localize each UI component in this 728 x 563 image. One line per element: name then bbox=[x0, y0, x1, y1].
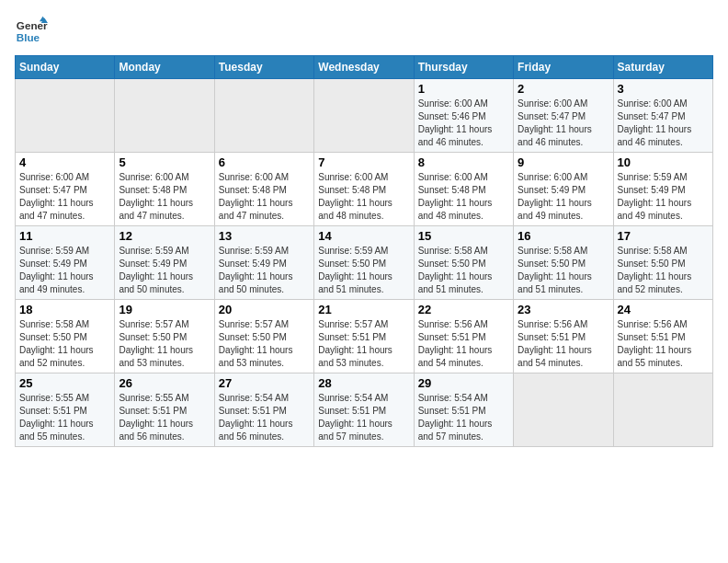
day-info: Sunrise: 5:57 AMSunset: 5:51 PMDaylight:… bbox=[318, 318, 409, 370]
calendar-cell: 22Sunrise: 5:56 AMSunset: 5:51 PMDayligh… bbox=[414, 300, 513, 373]
column-header-thursday: Thursday bbox=[414, 56, 513, 79]
day-info: Sunrise: 5:59 AMSunset: 5:49 PMDaylight:… bbox=[618, 171, 709, 223]
day-number: 9 bbox=[518, 155, 609, 169]
calendar-cell: 28Sunrise: 5:54 AMSunset: 5:51 PMDayligh… bbox=[314, 373, 414, 447]
column-header-saturday: Saturday bbox=[613, 56, 712, 79]
day-number: 20 bbox=[219, 303, 310, 316]
calendar-cell: 9Sunrise: 6:00 AMSunset: 5:49 PMDaylight… bbox=[514, 153, 613, 226]
day-info: Sunrise: 6:00 AMSunset: 5:47 PMDaylight:… bbox=[618, 98, 709, 149]
day-number: 13 bbox=[219, 229, 310, 243]
calendar-cell: 6Sunrise: 6:00 AMSunset: 5:48 PMDaylight… bbox=[214, 153, 313, 226]
day-info: Sunrise: 6:00 AMSunset: 5:48 PMDaylight:… bbox=[318, 171, 409, 223]
calendar-cell bbox=[214, 79, 313, 153]
calendar-cell: 19Sunrise: 5:57 AMSunset: 5:50 PMDayligh… bbox=[115, 300, 214, 373]
calendar-cell: 13Sunrise: 5:59 AMSunset: 5:49 PMDayligh… bbox=[214, 226, 313, 300]
day-info: Sunrise: 5:56 AMSunset: 5:51 PMDaylight:… bbox=[518, 318, 609, 370]
calendar-week-3: 11Sunrise: 5:59 AMSunset: 5:49 PMDayligh… bbox=[16, 226, 713, 300]
day-number: 21 bbox=[318, 303, 409, 316]
calendar-cell: 29Sunrise: 5:54 AMSunset: 5:51 PMDayligh… bbox=[414, 373, 513, 447]
day-info: Sunrise: 6:00 AMSunset: 5:48 PMDaylight:… bbox=[219, 171, 310, 223]
day-number: 29 bbox=[418, 376, 509, 390]
calendar-week-5: 25Sunrise: 5:55 AMSunset: 5:51 PMDayligh… bbox=[16, 373, 713, 447]
day-info: Sunrise: 6:00 AMSunset: 5:48 PMDaylight:… bbox=[119, 171, 210, 223]
day-info: Sunrise: 5:54 AMSunset: 5:51 PMDaylight:… bbox=[418, 392, 509, 443]
calendar-cell bbox=[514, 373, 613, 447]
calendar-week-4: 18Sunrise: 5:58 AMSunset: 5:50 PMDayligh… bbox=[16, 300, 713, 373]
day-number: 15 bbox=[418, 229, 509, 243]
calendar-cell bbox=[16, 79, 115, 153]
calendar-cell: 16Sunrise: 5:58 AMSunset: 5:50 PMDayligh… bbox=[514, 226, 613, 300]
day-info: Sunrise: 5:59 AMSunset: 5:49 PMDaylight:… bbox=[119, 245, 210, 296]
day-number: 2 bbox=[518, 82, 609, 96]
day-number: 28 bbox=[318, 376, 409, 390]
header: General Blue bbox=[15, 15, 713, 48]
day-info: Sunrise: 5:55 AMSunset: 5:51 PMDaylight:… bbox=[119, 392, 210, 443]
calendar-cell: 23Sunrise: 5:56 AMSunset: 5:51 PMDayligh… bbox=[514, 300, 613, 373]
calendar-week-1: 1Sunrise: 6:00 AMSunset: 5:46 PMDaylight… bbox=[16, 79, 713, 153]
day-number: 8 bbox=[418, 155, 509, 169]
calendar-cell: 17Sunrise: 5:58 AMSunset: 5:50 PMDayligh… bbox=[613, 226, 712, 300]
calendar-header-row: SundayMondayTuesdayWednesdayThursdayFrid… bbox=[16, 56, 713, 79]
calendar-cell: 14Sunrise: 5:59 AMSunset: 5:50 PMDayligh… bbox=[314, 226, 414, 300]
svg-text:Blue: Blue bbox=[17, 31, 40, 43]
day-number: 22 bbox=[418, 303, 509, 316]
day-info: Sunrise: 5:58 AMSunset: 5:50 PMDaylight:… bbox=[418, 245, 509, 296]
calendar-cell bbox=[115, 79, 214, 153]
calendar-cell: 18Sunrise: 5:58 AMSunset: 5:50 PMDayligh… bbox=[16, 300, 115, 373]
calendar-cell: 5Sunrise: 6:00 AMSunset: 5:48 PMDaylight… bbox=[115, 153, 214, 226]
day-info: Sunrise: 6:00 AMSunset: 5:47 PMDaylight:… bbox=[19, 171, 110, 223]
day-number: 19 bbox=[119, 303, 210, 316]
calendar-cell: 8Sunrise: 6:00 AMSunset: 5:48 PMDaylight… bbox=[414, 153, 513, 226]
day-number: 10 bbox=[618, 155, 709, 169]
column-header-monday: Monday bbox=[115, 56, 214, 79]
day-number: 12 bbox=[119, 229, 210, 243]
day-info: Sunrise: 6:00 AMSunset: 5:48 PMDaylight:… bbox=[418, 171, 509, 223]
calendar-cell: 1Sunrise: 6:00 AMSunset: 5:46 PMDaylight… bbox=[414, 79, 513, 153]
calendar-body: 1Sunrise: 6:00 AMSunset: 5:46 PMDaylight… bbox=[16, 79, 713, 447]
day-info: Sunrise: 5:59 AMSunset: 5:49 PMDaylight:… bbox=[19, 245, 110, 296]
calendar-cell: 11Sunrise: 5:59 AMSunset: 5:49 PMDayligh… bbox=[16, 226, 115, 300]
day-info: Sunrise: 5:54 AMSunset: 5:51 PMDaylight:… bbox=[219, 392, 310, 443]
day-info: Sunrise: 5:56 AMSunset: 5:51 PMDaylight:… bbox=[618, 318, 709, 370]
day-info: Sunrise: 5:56 AMSunset: 5:51 PMDaylight:… bbox=[418, 318, 509, 370]
day-number: 25 bbox=[19, 376, 110, 390]
day-info: Sunrise: 5:55 AMSunset: 5:51 PMDaylight:… bbox=[19, 392, 110, 443]
day-number: 6 bbox=[219, 155, 310, 169]
calendar-cell: 4Sunrise: 6:00 AMSunset: 5:47 PMDaylight… bbox=[16, 153, 115, 226]
calendar-cell: 26Sunrise: 5:55 AMSunset: 5:51 PMDayligh… bbox=[115, 373, 214, 447]
day-number: 27 bbox=[219, 376, 310, 390]
column-header-friday: Friday bbox=[514, 56, 613, 79]
calendar-cell: 25Sunrise: 5:55 AMSunset: 5:51 PMDayligh… bbox=[16, 373, 115, 447]
day-number: 14 bbox=[318, 229, 409, 243]
day-info: Sunrise: 5:58 AMSunset: 5:50 PMDaylight:… bbox=[19, 318, 110, 370]
day-number: 1 bbox=[418, 82, 509, 96]
column-header-tuesday: Tuesday bbox=[214, 56, 313, 79]
day-info: Sunrise: 5:59 AMSunset: 5:49 PMDaylight:… bbox=[219, 245, 310, 296]
day-number: 16 bbox=[518, 229, 609, 243]
calendar-cell: 15Sunrise: 5:58 AMSunset: 5:50 PMDayligh… bbox=[414, 226, 513, 300]
day-number: 24 bbox=[618, 303, 709, 316]
day-number: 18 bbox=[19, 303, 110, 316]
day-info: Sunrise: 6:00 AMSunset: 5:47 PMDaylight:… bbox=[518, 98, 609, 149]
calendar-cell: 7Sunrise: 6:00 AMSunset: 5:48 PMDaylight… bbox=[314, 153, 414, 226]
logo: General Blue bbox=[15, 15, 48, 48]
calendar-cell: 3Sunrise: 6:00 AMSunset: 5:47 PMDaylight… bbox=[613, 79, 712, 153]
day-number: 4 bbox=[19, 155, 110, 169]
day-info: Sunrise: 5:59 AMSunset: 5:50 PMDaylight:… bbox=[318, 245, 409, 296]
day-number: 11 bbox=[19, 229, 110, 243]
calendar-week-2: 4Sunrise: 6:00 AMSunset: 5:47 PMDaylight… bbox=[16, 153, 713, 226]
calendar-cell: 10Sunrise: 5:59 AMSunset: 5:49 PMDayligh… bbox=[613, 153, 712, 226]
calendar-cell: 12Sunrise: 5:59 AMSunset: 5:49 PMDayligh… bbox=[115, 226, 214, 300]
day-number: 5 bbox=[119, 155, 210, 169]
calendar-table: SundayMondayTuesdayWednesdayThursdayFrid… bbox=[15, 55, 713, 447]
day-number: 23 bbox=[518, 303, 609, 316]
day-info: Sunrise: 5:58 AMSunset: 5:50 PMDaylight:… bbox=[618, 245, 709, 296]
column-header-wednesday: Wednesday bbox=[314, 56, 414, 79]
day-info: Sunrise: 6:00 AMSunset: 5:46 PMDaylight:… bbox=[418, 98, 509, 149]
calendar-cell bbox=[613, 373, 712, 447]
column-header-sunday: Sunday bbox=[16, 56, 115, 79]
calendar-cell: 2Sunrise: 6:00 AMSunset: 5:47 PMDaylight… bbox=[514, 79, 613, 153]
day-info: Sunrise: 5:58 AMSunset: 5:50 PMDaylight:… bbox=[518, 245, 609, 296]
day-number: 26 bbox=[119, 376, 210, 390]
calendar-cell: 27Sunrise: 5:54 AMSunset: 5:51 PMDayligh… bbox=[214, 373, 313, 447]
